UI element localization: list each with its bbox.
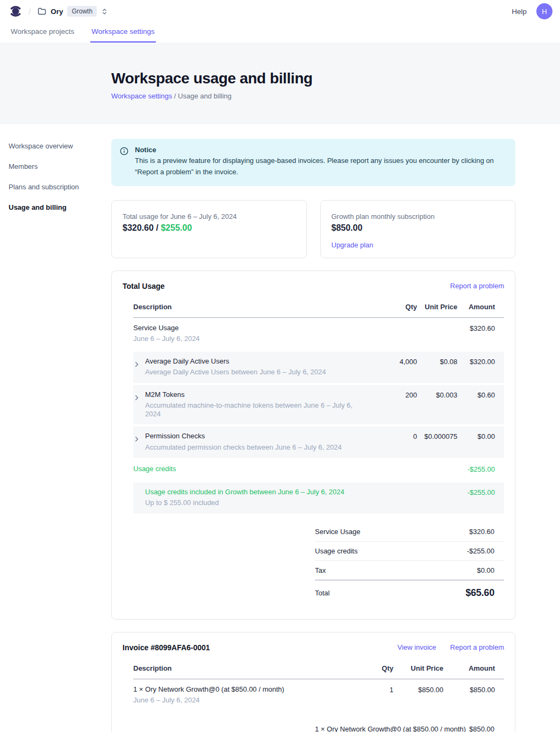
usage-credit-amount: $255.00 <box>161 223 192 232</box>
settings-sidebar: Workspace overview Members Plans and sub… <box>0 124 111 732</box>
usage-summary: Service Usage $320.60 Usage credits -$25… <box>315 522 504 606</box>
notice-title: Notice <box>135 146 507 154</box>
sidebar-item-members[interactable]: Members <box>9 160 111 173</box>
row-amount: $320.60 <box>457 324 495 332</box>
row-title: Usage credits included in Growth between… <box>145 488 344 496</box>
invoice-card: Invoice #8099AFA6-0001 View invoice Repo… <box>111 632 515 732</box>
summary-row: Usage credits -$255.00 <box>315 542 504 561</box>
row-amount: -$255.00 <box>457 488 495 496</box>
report-problem-link-invoice[interactable]: Report a problem <box>450 643 504 651</box>
col-qty: Qty <box>350 664 393 672</box>
row-subtitle: Accumulated permission checks between Ju… <box>145 443 342 452</box>
total-usage-invoice-card: Total Usage Report a problem Description… <box>111 271 515 620</box>
chevron-right-icon[interactable] <box>133 436 140 443</box>
row-amount: -$255.00 <box>457 465 495 473</box>
summary-value: -$255.00 <box>467 547 494 555</box>
row-unit-price <box>417 324 457 324</box>
row-unit-price: $0.000075 <box>417 432 457 440</box>
upgrade-plan-link[interactable]: Upgrade plan <box>332 241 374 249</box>
row-title: Average Daily Active Users <box>145 357 326 366</box>
col-description: Description <box>133 303 369 311</box>
report-problem-link-usage[interactable]: Report a problem <box>450 282 504 290</box>
tab-workspace-projects[interactable]: Workspace projects <box>10 23 75 42</box>
col-qty: Qty <box>369 303 417 311</box>
row-subtitle: June 6 – July 6, 2024 <box>133 696 284 705</box>
row-title: Usage credits <box>133 465 176 473</box>
breadcrumb-link-workspace-settings[interactable]: Workspace settings <box>111 92 172 100</box>
summary-total-row: Total $65.60 <box>315 580 504 606</box>
tab-workspace-settings[interactable]: Workspace settings <box>90 23 156 42</box>
table-row: Usage credits -$255.00 <box>133 458 504 480</box>
folder-icon <box>38 7 46 16</box>
row-qty: 200 <box>369 390 417 399</box>
subscription-card: Growth plan monthly subscription $850.00… <box>320 200 516 258</box>
table-row: Usage credits included in Growth between… <box>133 482 504 514</box>
breadcrumb-separator: / <box>28 7 31 16</box>
row-amount: $850.00 <box>443 685 495 694</box>
page-header: Workspace usage and billing Workspace se… <box>0 42 560 124</box>
user-avatar[interactable]: H <box>536 3 552 19</box>
col-description: Description <box>133 664 350 672</box>
usage-table-header: Description Qty Unit Price Amount <box>133 297 504 318</box>
sidebar-item-usage-and-billing[interactable]: Usage and billing <box>9 201 111 214</box>
breadcrumb: Workspace settings / Usage and billing <box>111 92 560 100</box>
invoice-table: Description Qty Unit Price Amount 1 × Or… <box>133 659 504 732</box>
row-qty: 0 <box>369 432 417 440</box>
chevron-updown-icon <box>101 8 108 15</box>
invoice-table-header: Description Qty Unit Price Amount <box>133 659 504 679</box>
workspace-tabs: Workspace projects Workspace settings <box>0 23 560 42</box>
row-amount: $0.00 <box>457 432 495 440</box>
table-row: Service Usage June 6 – July 6, 2024 $320… <box>133 318 504 350</box>
row-title: Service Usage <box>133 324 200 332</box>
summary-row: 1 × Ory Network Growth@0 (at $850.00 / m… <box>315 720 504 732</box>
table-row: 1 × Ory Network Growth@0 (at $850.00 / m… <box>133 679 504 712</box>
breadcrumb-current: Usage and billing <box>178 92 232 100</box>
sidebar-item-workspace-overview[interactable]: Workspace overview <box>9 139 111 153</box>
usage-card-title: Total Usage <box>123 282 164 290</box>
col-unit-price: Unit Price <box>417 303 457 311</box>
row-unit-price: $0.08 <box>417 357 457 366</box>
table-row[interactable]: M2M Tokens Accumulated machine-to-machin… <box>133 385 504 425</box>
view-invoice-link[interactable]: View invoice <box>398 643 436 651</box>
usage-amount: $320.60 <box>123 223 154 232</box>
row-unit-price: $0.003 <box>417 390 457 399</box>
row-subtitle: Accumulated machine-to-machine tokens be… <box>145 401 369 419</box>
col-unit-price: Unit Price <box>393 664 443 672</box>
workspace-picker[interactable]: Ory Growth <box>37 4 109 19</box>
col-amount: Amount <box>457 303 495 311</box>
row-amount: $320.00 <box>457 357 495 366</box>
row-subtitle: June 6 – July 6, 2024 <box>133 335 200 343</box>
row-amount: $0.60 <box>457 390 495 399</box>
help-button[interactable]: Help <box>512 8 527 16</box>
sidebar-item-plans-and-subscription[interactable]: Plans and subscription <box>9 180 111 194</box>
usage-separator: / <box>154 223 161 232</box>
total-usage-value: $320.60 / $255.00 <box>123 223 296 233</box>
invoice-title: Invoice #8099AFA6-0001 <box>123 643 210 652</box>
usage-table: Description Qty Unit Price Amount Servic… <box>133 297 504 606</box>
summary-value: $320.60 <box>469 528 494 536</box>
row-subtitle: Average Daily Active Users between June … <box>145 368 326 376</box>
row-title: Permission Checks <box>145 432 342 440</box>
row-unit-price: $850.00 <box>393 685 443 694</box>
total-label: Total <box>315 589 329 597</box>
chevron-right-icon[interactable] <box>133 361 140 368</box>
info-icon <box>120 147 128 155</box>
breadcrumb-separator: / <box>172 92 178 100</box>
row-subtitle: Up to $ 255.00 included <box>145 499 344 507</box>
total-usage-card: Total usage for June 6 – July 6, 2024 $3… <box>111 200 307 258</box>
chevron-right-icon[interactable] <box>133 394 140 401</box>
table-row[interactable]: Average Daily Active Users Average Daily… <box>133 352 504 383</box>
invoice-summary: 1 × Ory Network Growth@0 (at $850.00 / m… <box>315 720 504 732</box>
summary-label: Tax <box>315 566 326 574</box>
row-title: M2M Tokens <box>145 390 369 399</box>
subscription-label: Growth plan monthly subscription <box>332 212 505 221</box>
ory-logo-icon[interactable] <box>9 4 23 18</box>
summary-row: Service Usage $320.60 <box>315 522 504 542</box>
summary-row: Tax $0.00 <box>315 561 504 580</box>
table-row[interactable]: Permission Checks Accumulated permission… <box>133 427 504 458</box>
subscription-amount: $850.00 <box>332 223 505 233</box>
total-value: $65.60 <box>465 587 494 599</box>
summary-label: Usage credits <box>315 547 357 555</box>
summary-label: Service Usage <box>315 528 361 536</box>
notice-body: This is a preview feature for displaying… <box>135 155 507 178</box>
